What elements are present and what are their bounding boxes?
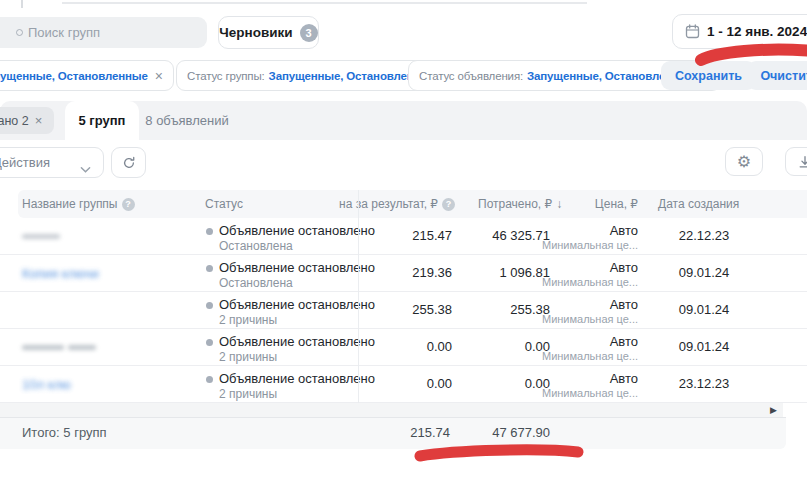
tab-groups[interactable]: 5 групп xyxy=(65,101,139,140)
column-header-status[interactable]: Статус xyxy=(205,190,243,218)
redacted-group-name[interactable] xyxy=(22,345,64,350)
price-value: Авто xyxy=(610,223,638,238)
column-header-label: Название группы xyxy=(22,197,118,211)
price-value: Авто xyxy=(610,260,638,275)
status-text: Объявление остановлено xyxy=(219,371,375,386)
save-filters-button[interactable]: Сохранить xyxy=(661,61,756,90)
created-date: 09.01.24 xyxy=(662,255,746,291)
export-button[interactable] xyxy=(785,147,807,176)
sort-desc-icon: ↓ xyxy=(556,197,562,211)
created-date: 09.01.24 xyxy=(662,329,746,365)
clipped-ui-fragment xyxy=(21,0,23,8)
clear-filters-button[interactable]: Очистить xyxy=(747,61,807,90)
redacted-group-name[interactable] xyxy=(22,234,60,239)
created-date: 09.01.24 xyxy=(662,292,746,328)
cost-per-result-value: 219.36 xyxy=(412,255,452,291)
filter-chip-label: Статус группы: xyxy=(187,70,265,82)
settings-button[interactable]: ⚙ xyxy=(725,147,763,176)
table-row: Объявление остановлено 2 причины 0.00 0.… xyxy=(0,329,807,366)
totals-label: Итого: 5 групп xyxy=(22,417,107,449)
price-value: Авто xyxy=(610,371,638,386)
column-header-label: на за результат, ₽ xyxy=(339,197,438,211)
table-row: Объявление остановлено 2 причины 255.38 … xyxy=(0,292,807,329)
column-header-label: Потрачено, ₽ xyxy=(478,197,552,211)
help-icon[interactable]: ? xyxy=(442,198,455,211)
filter-chip-campaign-status[interactable]: Запущенные, Остановленные × xyxy=(0,60,174,91)
price-strategy: Минимальная це... xyxy=(542,276,638,288)
help-icon[interactable]: ? xyxy=(122,198,135,211)
close-icon[interactable]: × xyxy=(155,68,163,84)
status-subtext: 2 причины xyxy=(219,350,277,364)
refresh-icon xyxy=(122,156,136,170)
status-subtext: Остановлена xyxy=(219,239,293,253)
totals-spent: 47 677.90 xyxy=(492,417,550,449)
column-header-name[interactable]: Название группы ? xyxy=(22,190,135,218)
search-placeholder: Поиск групп xyxy=(28,25,100,40)
drafts-label: Черновики xyxy=(219,25,292,40)
close-icon[interactable]: × xyxy=(35,113,43,128)
redacted-group-name[interactable] xyxy=(68,345,96,350)
status-dot xyxy=(206,228,213,235)
status-subtext: Остановлена xyxy=(219,276,293,290)
created-date: 22.12.23 xyxy=(662,218,746,254)
actions-label: Действия xyxy=(0,155,50,170)
status-text: Объявление остановлено xyxy=(219,334,375,349)
status-dot xyxy=(206,339,213,346)
column-header-label: Цена, ₽ xyxy=(595,197,638,211)
status-dot xyxy=(206,376,213,383)
vk-ads-groups-screen: Поиск групп Черновики 3 1 - 12 янв. 2024… xyxy=(0,0,807,487)
frozen-pane-divider xyxy=(358,190,359,403)
cost-per-result-value: 0.00 xyxy=(427,329,452,365)
status-subtext: 2 причины xyxy=(219,387,277,401)
column-header-label: Дата создания xyxy=(658,197,739,211)
column-header-spent[interactable]: Потрачено, ₽ ↓ xyxy=(478,190,562,218)
status-subtext: 2 причины xyxy=(219,313,277,327)
refresh-button[interactable] xyxy=(111,147,146,178)
filter-chip-label: Статус объявления: xyxy=(419,70,523,82)
status-text: Объявление остановлено xyxy=(219,223,375,238)
date-range-picker[interactable]: 1 - 12 янв. 2024 xyxy=(672,14,807,49)
table-row: Объявление остановлено Остановлена 215.4… xyxy=(0,218,807,255)
column-header-label: Статус xyxy=(205,197,243,211)
cost-per-result-value: 215.47 xyxy=(412,218,452,254)
column-header-price[interactable]: Цена, ₽ xyxy=(595,190,638,218)
selection-chip[interactable]: Выбрано 2 × xyxy=(0,107,54,134)
chevron-down-icon xyxy=(80,160,91,178)
status-text: Объявление остановлено xyxy=(219,297,375,312)
table-footer xyxy=(0,417,786,449)
totals-cost-per-result: 215.74 xyxy=(410,417,450,449)
horizontal-scrollbar xyxy=(0,403,783,417)
table-row: Копия ключи Объявление остановлено Остан… xyxy=(0,255,807,292)
created-date: 23.12.23 xyxy=(662,366,746,402)
drafts-count-badge: 3 xyxy=(300,24,318,42)
table-row: 10л клю Объявление остановлено 2 причины… xyxy=(0,366,807,403)
group-name-link[interactable]: 10л клю xyxy=(22,377,71,392)
scroll-right-icon[interactable]: ▶ xyxy=(770,403,777,417)
price-strategy: Минимальная це... xyxy=(542,350,638,362)
status-dot xyxy=(206,302,213,309)
download-icon xyxy=(798,155,807,169)
calendar-icon xyxy=(685,24,700,39)
price-strategy: Минимальная це... xyxy=(542,239,638,251)
actions-dropdown[interactable]: Действия xyxy=(0,147,104,178)
clipped-ui-fragment xyxy=(62,2,587,4)
gear-icon: ⚙ xyxy=(737,152,751,171)
column-header-cost-per-result[interactable]: на за результат, ₽ ? xyxy=(339,190,455,218)
selection-chip-label: Выбрано 2 xyxy=(0,114,29,128)
date-range-value: 1 - 12 янв. 2024 xyxy=(707,24,807,39)
cost-per-result-value: 255.38 xyxy=(412,292,452,328)
column-header-created[interactable]: Дата создания xyxy=(658,190,739,218)
search-icon xyxy=(16,29,23,36)
price-strategy: Минимальная це... xyxy=(542,313,638,325)
status-dot xyxy=(206,265,213,272)
search-input[interactable]: Поиск групп xyxy=(0,17,207,48)
tab-ads[interactable]: 8 объявлений xyxy=(139,101,235,140)
drafts-button[interactable]: Черновики 3 xyxy=(218,16,319,49)
filter-chip-value: Запущенные, Остановленные xyxy=(0,70,148,82)
cost-per-result-value: 0.00 xyxy=(427,366,452,402)
status-text: Объявление остановлено xyxy=(219,260,375,275)
price-strategy: Минимальная це... xyxy=(542,387,638,399)
price-value: Авто xyxy=(610,334,638,349)
price-value: Авто xyxy=(610,297,638,312)
group-name-link[interactable]: Копия ключи xyxy=(22,266,99,281)
